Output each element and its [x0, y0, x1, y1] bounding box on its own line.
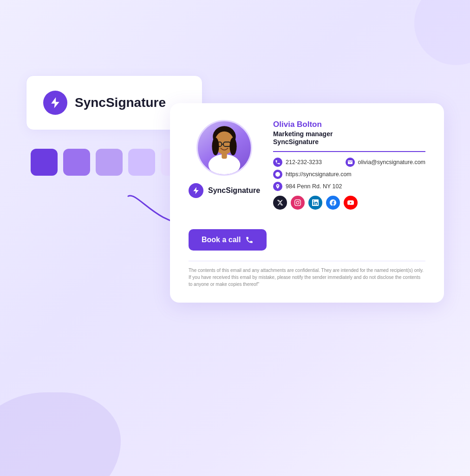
book-call-button[interactable]: Book a call [189, 229, 267, 251]
book-call-label: Book a call [202, 236, 241, 244]
brand-logo-text: SyncSignature [75, 95, 166, 110]
signature-card: SyncSignature Olivia Bolton Marketing ma… [170, 103, 444, 303]
phone-icon [273, 158, 282, 167]
contact-email: olivia@syncsignature.com [346, 158, 425, 167]
svg-point-9 [229, 138, 236, 155]
person-company: SyncSignature [273, 138, 425, 145]
swatch-4 [128, 149, 155, 176]
social-youtube[interactable] [344, 196, 358, 210]
color-swatches [31, 149, 188, 176]
sig-lightning-icon [192, 186, 200, 195]
contact-website: https://syncsignature.com [273, 170, 425, 179]
divider-line [273, 151, 425, 152]
social-instagram[interactable] [291, 196, 305, 210]
location-icon [273, 182, 282, 191]
brand-logo-icon [43, 91, 67, 115]
social-icons [273, 196, 425, 210]
person-name: Olivia Bolton [273, 120, 425, 129]
signature-top: SyncSignature Olivia Bolton Marketing ma… [189, 120, 425, 219]
swatch-2 [63, 149, 90, 176]
svg-rect-7 [222, 152, 227, 159]
sig-brand-icon [189, 183, 203, 198]
address-value: 984 Penn Rd. NY 102 [286, 183, 342, 190]
contact-address: 984 Penn Rd. NY 102 [273, 182, 425, 191]
social-linkedin[interactable] [308, 196, 322, 210]
phone-value: 212-232-3233 [286, 159, 322, 165]
email-icon [346, 158, 355, 167]
social-twitter[interactable] [273, 196, 287, 210]
website-value: https://syncsignature.com [286, 171, 352, 178]
swatch-3 [96, 149, 123, 176]
swatch-1 [31, 149, 58, 176]
sig-left-column: SyncSignature [189, 120, 260, 198]
contact-grid: 212-232-3233 olivia@syncsignature.com [273, 158, 425, 191]
avatar [196, 120, 252, 176]
person-title: Marketing manager [273, 130, 425, 138]
lightning-icon [49, 96, 62, 109]
social-facebook[interactable] [326, 196, 340, 210]
phone-icon-btn [245, 236, 254, 244]
disclaimer-divider [189, 261, 425, 261]
email-value: olivia@syncsignature.com [358, 159, 425, 165]
sig-right-column: Olivia Bolton Marketing manager SyncSign… [273, 120, 425, 210]
sig-brand-name: SyncSignature [208, 186, 260, 195]
disclaimer-text: The contents of this email and any attac… [189, 267, 425, 288]
svg-point-8 [212, 138, 219, 155]
website-icon [273, 170, 282, 179]
contact-phone: 212-232-3233 [273, 158, 342, 167]
sig-brand-row: SyncSignature [189, 183, 260, 198]
